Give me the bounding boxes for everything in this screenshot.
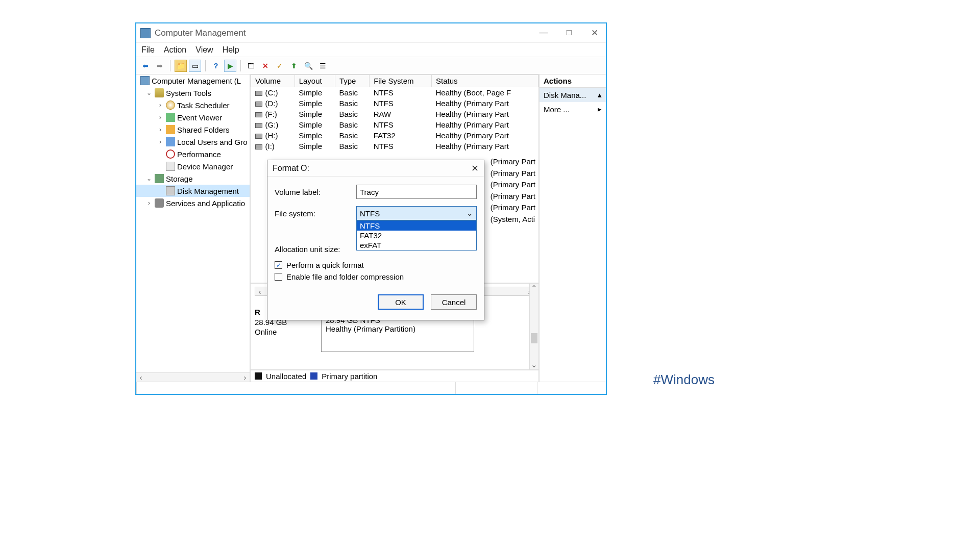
ok-button[interactable]: OK [378,294,424,310]
tree-label: Event Viewer [177,113,222,122]
volume-label-input[interactable] [356,185,477,199]
quick-format-label: Perform a quick format [286,261,364,269]
status-fragment: (Primary Part [491,191,535,203]
tree-h-scrollbar[interactable]: ‹ › [136,372,250,382]
table-row[interactable]: (G:)SimpleBasicNTFSHealthy (Primary Part [251,119,538,130]
titlebar: Computer Management — □ ✕ [136,23,606,43]
toolbar-divider [240,60,241,71]
tree-root[interactable]: Computer Management (L [136,74,250,87]
col-volume[interactable]: Volume [251,75,295,87]
compression-checkbox[interactable]: Enable file and folder compression [275,272,477,281]
shared-icon [166,125,175,134]
status-peek: (Primary Part(Primary Part(Primary Part(… [491,156,535,225]
scroll-down-icon[interactable]: ⌄ [530,360,538,369]
dialog-titlebar: Format O: ✕ [267,160,484,177]
expand-icon[interactable]: › [157,126,164,133]
search-icon[interactable]: 🔍 [302,60,314,72]
volume-icon [255,102,262,107]
legend-unallocated: Unallocated [266,372,306,381]
expand-icon[interactable]: › [157,138,164,145]
actions-more[interactable]: More ... ▸ [540,102,606,116]
table-row[interactable]: (C:)SimpleBasicNTFSHealthy (Boot, Page F [251,87,538,98]
scroll-right-icon[interactable]: › [240,373,250,382]
table-row[interactable]: (F:)SimpleBasicRAWHealthy (Primary Part [251,109,538,119]
toolbar: ⬅ ➡ 📁 ▭ ? ▶ 🗔 ✕ ✓ ⬆ 🔍 ☰ [136,57,606,74]
lower-v-scrollbar[interactable]: ⌃ ⌄ [529,284,538,369]
minimize-button[interactable]: — [536,28,551,38]
quick-format-checkbox[interactable]: ✓ Perform a quick format [275,261,477,269]
scroll-left-icon[interactable]: ‹ [136,373,145,382]
cancel-button[interactable]: Cancel [431,294,477,310]
wrench-icon [155,88,164,97]
table-row[interactable]: (D:)SimpleBasicNTFSHealthy (Primary Part [251,98,538,109]
status-fragment: (System, Acti [491,214,535,226]
computer-icon [140,76,150,85]
col-layout[interactable]: Layout [295,75,335,87]
chevron-right-icon: ▸ [598,105,602,114]
table-row[interactable]: (I:)SimpleBasicNTFSHealthy (Primary Part [251,141,538,152]
list-icon[interactable]: ☰ [316,60,329,72]
collapse-arrow-icon: ▴ [598,90,602,99]
close-button[interactable]: ✕ [587,28,602,38]
fs-option-exfat[interactable]: exFAT [357,240,476,250]
fs-option-ntfs[interactable]: NTFS [357,221,476,231]
scroll-thumb[interactable] [531,333,537,343]
menu-file[interactable]: File [141,45,155,55]
scroll-up-icon[interactable]: ⌃ [530,284,538,293]
users-icon [166,137,175,146]
disk-icon [166,186,175,195]
table-row[interactable]: (H:)SimpleBasicFAT32Healthy (Primary Par… [251,130,538,141]
help-icon[interactable]: ? [210,60,222,72]
scroll-left-icon[interactable]: ‹ [255,287,264,296]
scroll-track[interactable] [530,293,538,360]
maximize-button[interactable]: □ [562,28,576,38]
menu-help[interactable]: Help [223,45,239,55]
legend-primary: Primary partition [322,372,377,381]
tree-device-manager[interactable]: Device Manager [136,160,250,172]
tree-performance[interactable]: Performance [136,148,250,160]
filesystem-combo-box[interactable]: NTFS ⌄ [356,206,477,220]
menu-action[interactable]: Action [164,45,186,55]
tree-system-tools[interactable]: ⌄System Tools [136,87,250,99]
show-tree-icon[interactable]: ▭ [189,60,201,72]
export-icon[interactable]: ⬆ [288,60,300,72]
dialog-close-button[interactable]: ✕ [471,163,479,174]
properties-icon[interactable]: 🗔 [245,60,257,72]
col-fs[interactable]: File System [370,75,432,87]
expand-icon[interactable]: › [157,114,164,121]
actions-label: More ... [544,105,570,114]
tree-event-viewer[interactable]: ›Event Viewer [136,111,250,123]
tree-label: Task Scheduler [177,101,230,110]
col-type[interactable]: Type [335,75,369,87]
toolbar-divider [205,60,206,71]
device-icon [166,162,175,171]
refresh-icon[interactable]: ▶ [224,60,236,72]
nav-tree: Computer Management (L ⌄System Tools ›Ta… [136,74,251,382]
filesystem-combo[interactable]: NTFS ⌄ NTFS FAT32 exFAT [356,206,477,220]
fs-option-fat32[interactable]: FAT32 [357,231,476,240]
collapse-icon[interactable]: ⌄ [145,175,153,182]
format-dialog: Format O: ✕ Volume label: File system: N… [267,160,484,320]
tree-task-scheduler[interactable]: ›Task Scheduler [136,99,250,111]
expand-icon[interactable]: › [157,102,164,109]
up-folder-icon[interactable]: 📁 [175,60,187,72]
back-button[interactable]: ⬅ [139,60,152,72]
volume-icon [255,112,262,117]
tree-shared-folders[interactable]: ›Shared Folders [136,123,250,136]
volume-icon [255,144,262,149]
actions-disk-management[interactable]: Disk Mana... ▴ [540,88,606,102]
expand-icon[interactable]: › [145,199,153,207]
col-status[interactable]: Status [432,75,538,87]
tree-disk-management[interactable]: Disk Management [136,185,250,197]
tree-label: Disk Management [177,187,239,195]
check-icon[interactable]: ✓ [274,60,286,72]
delete-icon[interactable]: ✕ [259,60,272,72]
volume-icon [255,134,262,139]
menu-view[interactable]: View [195,45,213,55]
tree-local-users[interactable]: ›Local Users and Gro [136,136,250,148]
storage-icon [155,174,164,183]
forward-button[interactable]: ➡ [154,60,166,72]
tree-storage[interactable]: ⌄Storage [136,172,250,185]
collapse-icon[interactable]: ⌄ [145,89,153,96]
tree-services[interactable]: ›Services and Applicatio [136,197,250,209]
